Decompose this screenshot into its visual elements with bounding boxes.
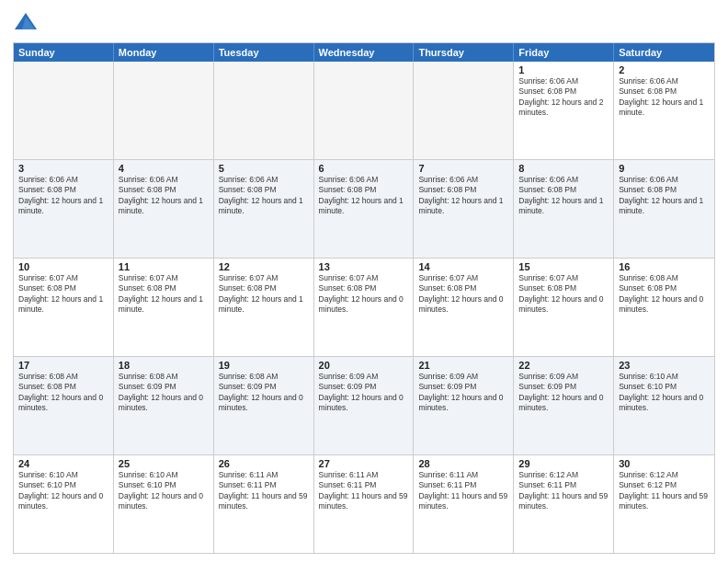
calendar-cell: 22Sunrise: 6:09 AM Sunset: 6:09 PM Dayli… (514, 357, 614, 454)
cell-info: Sunrise: 6:10 AM Sunset: 6:10 PM Dayligh… (18, 470, 108, 512)
weekday-header: Friday (514, 43, 614, 62)
day-number: 13 (319, 261, 409, 272)
cell-info: Sunrise: 6:06 AM Sunset: 6:08 PM Dayligh… (119, 175, 209, 217)
calendar-row: 10Sunrise: 6:07 AM Sunset: 6:08 PM Dayli… (14, 258, 714, 356)
calendar-cell (414, 62, 514, 159)
cell-info: Sunrise: 6:10 AM Sunset: 6:10 PM Dayligh… (119, 470, 209, 512)
calendar-cell (214, 62, 314, 159)
cell-info: Sunrise: 6:07 AM Sunset: 6:08 PM Dayligh… (319, 273, 409, 316)
calendar-cell: 20Sunrise: 6:09 AM Sunset: 6:09 PM Dayli… (314, 357, 415, 454)
calendar-cell: 30Sunrise: 6:12 AM Sunset: 6:12 PM Dayli… (614, 455, 714, 553)
cell-info: Sunrise: 6:06 AM Sunset: 6:08 PM Dayligh… (518, 175, 609, 217)
calendar-cell: 1Sunrise: 6:06 AM Sunset: 6:08 PM Daylig… (514, 62, 614, 159)
day-number: 29 (518, 458, 609, 469)
calendar-cell: 29Sunrise: 6:12 AM Sunset: 6:11 PM Dayli… (514, 455, 614, 553)
day-number: 7 (418, 163, 508, 174)
calendar-cell (314, 62, 415, 159)
calendar-cell: 14Sunrise: 6:07 AM Sunset: 6:08 PM Dayli… (414, 259, 514, 356)
calendar-cell: 6Sunrise: 6:06 AM Sunset: 6:08 PM Daylig… (314, 160, 415, 258)
calendar-cell: 15Sunrise: 6:07 AM Sunset: 6:08 PM Dayli… (514, 259, 614, 356)
calendar-cell: 28Sunrise: 6:11 AM Sunset: 6:11 PM Dayli… (414, 455, 514, 553)
cell-info: Sunrise: 6:06 AM Sunset: 6:08 PM Dayligh… (619, 76, 710, 119)
calendar-cell: 26Sunrise: 6:11 AM Sunset: 6:11 PM Dayli… (214, 455, 314, 553)
cell-info: Sunrise: 6:07 AM Sunset: 6:08 PM Dayligh… (18, 273, 108, 316)
calendar-row: 17Sunrise: 6:08 AM Sunset: 6:08 PM Dayli… (14, 356, 714, 454)
cell-info: Sunrise: 6:07 AM Sunset: 6:08 PM Dayligh… (219, 273, 309, 316)
cell-info: Sunrise: 6:12 AM Sunset: 6:11 PM Dayligh… (518, 470, 609, 512)
weekday-header: Tuesday (214, 43, 314, 62)
calendar-cell: 19Sunrise: 6:08 AM Sunset: 6:09 PM Dayli… (214, 357, 314, 454)
calendar-cell: 13Sunrise: 6:07 AM Sunset: 6:08 PM Dayli… (314, 259, 415, 356)
day-number: 24 (18, 458, 108, 469)
day-number: 6 (319, 163, 409, 174)
day-number: 17 (18, 360, 108, 371)
day-number: 30 (619, 458, 710, 469)
day-number: 19 (219, 360, 309, 371)
day-number: 15 (518, 261, 609, 272)
cell-info: Sunrise: 6:06 AM Sunset: 6:08 PM Dayligh… (18, 175, 108, 217)
calendar: SundayMondayTuesdayWednesdayThursdayFrid… (13, 42, 715, 554)
cell-info: Sunrise: 6:08 AM Sunset: 6:08 PM Dayligh… (619, 273, 710, 316)
cell-info: Sunrise: 6:06 AM Sunset: 6:08 PM Dayligh… (619, 175, 710, 217)
cell-info: Sunrise: 6:10 AM Sunset: 6:10 PM Dayligh… (619, 372, 710, 414)
calendar-cell: 24Sunrise: 6:10 AM Sunset: 6:10 PM Dayli… (14, 455, 114, 553)
day-number: 21 (418, 360, 508, 371)
calendar-cell: 3Sunrise: 6:06 AM Sunset: 6:08 PM Daylig… (14, 160, 114, 258)
weekday-header: Monday (114, 43, 214, 62)
cell-info: Sunrise: 6:08 AM Sunset: 6:09 PM Dayligh… (119, 372, 209, 414)
calendar-row: 3Sunrise: 6:06 AM Sunset: 6:08 PM Daylig… (14, 159, 714, 258)
cell-info: Sunrise: 6:07 AM Sunset: 6:08 PM Dayligh… (518, 273, 609, 316)
cell-info: Sunrise: 6:07 AM Sunset: 6:08 PM Dayligh… (119, 273, 209, 316)
day-number: 4 (119, 163, 209, 174)
calendar-body: 1Sunrise: 6:06 AM Sunset: 6:08 PM Daylig… (14, 62, 714, 553)
calendar-cell: 9Sunrise: 6:06 AM Sunset: 6:08 PM Daylig… (614, 160, 714, 258)
cell-info: Sunrise: 6:06 AM Sunset: 6:08 PM Dayligh… (518, 76, 609, 119)
cell-info: Sunrise: 6:06 AM Sunset: 6:08 PM Dayligh… (418, 175, 508, 217)
calendar-cell: 2Sunrise: 6:06 AM Sunset: 6:08 PM Daylig… (614, 62, 714, 159)
cell-info: Sunrise: 6:11 AM Sunset: 6:11 PM Dayligh… (219, 470, 309, 512)
calendar-cell: 17Sunrise: 6:08 AM Sunset: 6:08 PM Dayli… (14, 357, 114, 454)
calendar-cell: 11Sunrise: 6:07 AM Sunset: 6:08 PM Dayli… (114, 259, 214, 356)
day-number: 9 (619, 163, 710, 174)
calendar-cell: 5Sunrise: 6:06 AM Sunset: 6:08 PM Daylig… (214, 160, 314, 258)
day-number: 26 (219, 458, 309, 469)
day-number: 1 (518, 64, 609, 75)
logo-icon (13, 9, 39, 35)
calendar-cell: 16Sunrise: 6:08 AM Sunset: 6:08 PM Dayli… (614, 259, 714, 356)
calendar-cell: 18Sunrise: 6:08 AM Sunset: 6:09 PM Dayli… (114, 357, 214, 454)
calendar-cell: 23Sunrise: 6:10 AM Sunset: 6:10 PM Dayli… (614, 357, 714, 454)
calendar-row: 1Sunrise: 6:06 AM Sunset: 6:08 PM Daylig… (14, 62, 714, 159)
day-number: 28 (418, 458, 508, 469)
calendar-row: 24Sunrise: 6:10 AM Sunset: 6:10 PM Dayli… (14, 454, 714, 553)
day-number: 10 (18, 261, 108, 272)
cell-info: Sunrise: 6:06 AM Sunset: 6:08 PM Dayligh… (319, 175, 409, 217)
logo (13, 9, 42, 35)
cell-info: Sunrise: 6:06 AM Sunset: 6:08 PM Dayligh… (219, 175, 309, 217)
calendar-cell (114, 62, 214, 159)
day-number: 18 (119, 360, 209, 371)
calendar-cell: 25Sunrise: 6:10 AM Sunset: 6:10 PM Dayli… (114, 455, 214, 553)
day-number: 22 (518, 360, 609, 371)
day-number: 3 (18, 163, 108, 174)
weekday-header: Wednesday (314, 43, 415, 62)
day-number: 25 (119, 458, 209, 469)
day-number: 8 (518, 163, 609, 174)
cell-info: Sunrise: 6:07 AM Sunset: 6:08 PM Dayligh… (418, 273, 508, 316)
day-number: 12 (219, 261, 309, 272)
calendar-cell (14, 62, 114, 159)
calendar-cell: 4Sunrise: 6:06 AM Sunset: 6:08 PM Daylig… (114, 160, 214, 258)
page: SundayMondayTuesdayWednesdayThursdayFrid… (0, 0, 728, 563)
calendar-cell: 12Sunrise: 6:07 AM Sunset: 6:08 PM Dayli… (214, 259, 314, 356)
day-number: 11 (119, 261, 209, 272)
cell-info: Sunrise: 6:11 AM Sunset: 6:11 PM Dayligh… (319, 470, 409, 512)
day-number: 5 (219, 163, 309, 174)
day-number: 2 (619, 64, 710, 75)
calendar-header: SundayMondayTuesdayWednesdayThursdayFrid… (14, 43, 714, 62)
calendar-cell: 8Sunrise: 6:06 AM Sunset: 6:08 PM Daylig… (514, 160, 614, 258)
day-number: 20 (319, 360, 409, 371)
calendar-cell: 27Sunrise: 6:11 AM Sunset: 6:11 PM Dayli… (314, 455, 415, 553)
cell-info: Sunrise: 6:08 AM Sunset: 6:08 PM Dayligh… (18, 372, 108, 414)
cell-info: Sunrise: 6:12 AM Sunset: 6:12 PM Dayligh… (619, 470, 710, 512)
calendar-cell: 7Sunrise: 6:06 AM Sunset: 6:08 PM Daylig… (414, 160, 514, 258)
header (13, 9, 715, 35)
